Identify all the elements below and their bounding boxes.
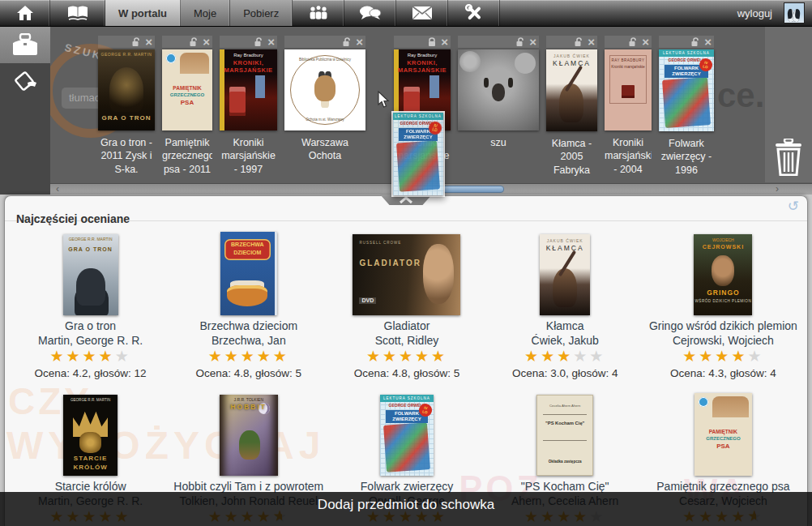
trash-drop-zone[interactable] [765, 26, 812, 182]
star-icon: ★ [224, 348, 241, 365]
unlock-icon[interactable] [574, 37, 583, 47]
star-icon: ★ [524, 348, 541, 365]
rated-item-author: Cejrowski, Wojciech [673, 334, 774, 347]
shelf-item-cover[interactable]: LEKTURA SZKOLNAGEORGE ORWELLFOLWARK ZWIE… [659, 49, 714, 131]
cover-text: LEKTURA SZKOLNA [659, 51, 714, 55]
rated-item-author: Brzechwa, Jan [212, 334, 286, 347]
cover-text: Ray Bradbury [220, 53, 277, 58]
remove-icon[interactable]: × [529, 36, 536, 47]
dragged-item[interactable]: LEKTURA SZKOLNAGEORGE ORWELLFOLWARK ZWIE… [391, 111, 445, 197]
rated-item: JAKUB ĆWIEKKŁAMCA Kłamca Ćwiek, Jakub ★★… [486, 232, 644, 379]
unlock-icon[interactable] [342, 37, 352, 47]
unlock-icon[interactable] [189, 37, 199, 47]
shelf-item[interactable]: × JAKUB ĆWIEKKŁAMCA Kłamca - 2005 Fabryk… [546, 36, 597, 177]
shelf-item-cover[interactable]: GEORGE R.R. MARTINGRA O TRON [98, 49, 155, 130]
shelf-item[interactable]: × PAMIĘTNIKGRZECZNEGOPSA Pamiętnik grzec… [162, 36, 212, 176]
tab-moje[interactable]: Moje [181, 0, 230, 26]
rated-item-cover[interactable]: BRZECHWADZIECIOM [220, 232, 277, 315]
shelf-item[interactable]: × LEKTURA SZKOLNAGEORGE ORWELLFOLWARK ZW… [659, 36, 714, 177]
star-icon: ★ [273, 348, 289, 365]
star-icon: ★ [208, 348, 224, 365]
star-icon: ★ [415, 348, 431, 365]
unlock-icon[interactable] [628, 37, 638, 47]
shelf-item[interactable]: × Ray BradburyKRONIKI,MARSJAŃSKIE Kronik… [220, 36, 277, 176]
rated-item-cover[interactable]: GEORGE R.R. MARTINGRA O TRON [63, 232, 118, 315]
rated-item-cover[interactable]: WOJCIECHCEJROWSKIGRINGOWŚRÓD DZIKICH PLE… [694, 232, 752, 315]
sidebar-item-lend[interactable] [0, 63, 50, 100]
shelf-item[interactable]: × Biblioteka Publiczna w DzielnicyOchota… [284, 36, 365, 163]
shelf-item-cover[interactable] [458, 49, 539, 130]
cover-text: GEORGE R.R. MARTIN [63, 398, 118, 402]
remove-icon[interactable]: × [588, 36, 595, 47]
star-icon: ★ [573, 348, 589, 365]
shelf-item-cover[interactable]: PAMIĘTNIKGRZECZNEGOPSA [162, 49, 212, 130]
rated-item-cover[interactable]: LEKTURA SZKOLNAGEORGE ORWELLFOLWARK ZWIE… [380, 392, 434, 476]
unlock-icon[interactable] [254, 37, 263, 47]
remove-icon[interactable]: × [356, 36, 363, 47]
remove-icon[interactable]: × [441, 36, 448, 47]
mail-button[interactable] [396, 0, 448, 26]
rated-items-grid: GEORGE R.R. MARTINGRA O TRON Gra o tron … [11, 232, 802, 526]
settings-button[interactable] [448, 0, 500, 26]
shelf-item-cover[interactable]: Biblioteka Publiczna w DzielnicyOchota m… [284, 49, 365, 130]
library-button[interactable] [50, 0, 105, 26]
rated-item: RUSSELL CROWEGLADIATORDVD Gladiator Scot… [327, 232, 485, 379]
most-rated-panel: CZY WYPOŻYCZAJ POZ WA Najczęściej ocenia… [4, 195, 808, 526]
star-icon: ★ [257, 348, 273, 365]
community-button[interactable] [293, 0, 344, 26]
shelf-item[interactable]: × szu [458, 36, 539, 149]
star-icon: ★ [699, 348, 715, 365]
rating-caption: Ocena: 3.0, głosów: 4 [512, 367, 618, 379]
unlock-icon[interactable] [690, 37, 700, 47]
remove-icon[interactable]: × [267, 36, 275, 47]
messages-button[interactable] [344, 0, 396, 26]
rated-item-cover[interactable]: Cecelia Ahern Ahern"PS Kocham Cię"Okładk… [536, 392, 593, 476]
scroll-left-arrow[interactable]: ‹ [52, 184, 63, 195]
star-icon: ★ [589, 348, 605, 365]
scroll-right-arrow[interactable]: › [771, 184, 783, 195]
rating-caption: Ocena: 4.8, głosów: 5 [196, 367, 302, 379]
tab-w-portalu[interactable]: W portalu [105, 0, 181, 26]
rated-item-title: Hobbit czyli Tam i z powrotem [173, 480, 323, 493]
rated-item-cover[interactable]: JAKUB ĆWIEKKŁAMCA [540, 232, 590, 315]
cover-text: GEORGE R.R. MARTIN [63, 237, 118, 242]
cover-text: PSA [694, 443, 752, 450]
user-avatar[interactable] [784, 2, 805, 24]
rated-item-cover[interactable]: GEORGE R.R. MARTINSTARCIEKRÓLÓW [63, 392, 118, 476]
star-icon: ★ [431, 348, 447, 365]
remove-icon[interactable]: × [145, 36, 152, 47]
rated-item-author: Scott, Ridley [375, 334, 439, 347]
lock-icon[interactable] [427, 37, 437, 47]
mail-icon [412, 6, 433, 20]
star-icon: ★ [382, 348, 399, 365]
home-button[interactable] [0, 0, 50, 26]
sidebar-item-clipboard[interactable] [0, 26, 50, 63]
remove-icon[interactable]: × [203, 36, 210, 47]
rated-item-title: Brzechwa dzieciom [199, 319, 297, 332]
star-icon: ★ [682, 348, 699, 365]
shelf-item-cover[interactable]: RAY BRADBURYKroniki marsjańskie [605, 49, 652, 130]
cover-text: KRÓLÓW [63, 464, 118, 471]
shelf-item-cover[interactable]: Ray BradburyKRONIKI,MARSJAŃSKIE [220, 49, 277, 130]
shelf-item-header: × [162, 36, 212, 48]
remove-icon[interactable]: × [642, 36, 649, 47]
tools-icon [464, 4, 484, 22]
rated-item-cover[interactable]: PAMIĘTNIKGRZECZNEGOPSA [694, 392, 752, 476]
refresh-icon[interactable]: ↺ [788, 198, 799, 215]
shelf-item[interactable]: × RAY BRADBURYKroniki marsjańskie Kronik… [605, 36, 652, 176]
rated-item-cover[interactable]: RUSSELL CROWEGLADIATORDVD [353, 232, 460, 315]
shelf-item[interactable]: × GEORGE R.R. MARTINGRA O TRON Gra o tro… [98, 36, 155, 176]
cover-text: DVD [359, 297, 376, 304]
rated-item-cover[interactable]: J.R.R. TOLKIENHOBBIT [220, 392, 278, 476]
tab-pobierz[interactable]: Pobierz [230, 0, 293, 26]
cover-text: WŚRÓD DZIKICH PLEMION [694, 299, 752, 303]
unlock-icon[interactable] [515, 37, 525, 47]
logout-link[interactable]: wyloguj [737, 7, 772, 19]
shelf-item-cover[interactable]: JAKUB ĆWIEKKŁAMCA [546, 49, 597, 131]
unlock-icon[interactable] [131, 37, 141, 47]
shelf-item-header: × [284, 36, 365, 48]
rated-item-title: Gladiator [384, 319, 430, 332]
rated-item-title: Gringo wśród dzikich plemion [649, 319, 797, 332]
remove-icon[interactable]: × [704, 36, 712, 47]
tooltip-text: Dodaj przedmiot do schowka [318, 497, 494, 513]
